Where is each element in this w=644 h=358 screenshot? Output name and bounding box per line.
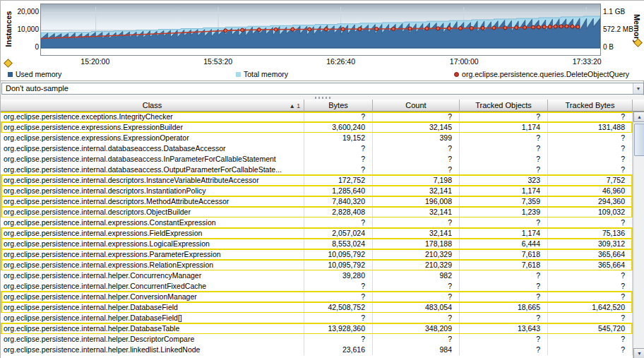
class-name-cell: org.eclipse.persistence.internal.descrip… (1, 207, 304, 217)
table-row[interactable]: org.eclipse.persistence.internal.databas… (1, 165, 633, 175)
legend-square-icon (236, 72, 241, 77)
class-name-cell: org.eclipse.persistence.internal.descrip… (1, 196, 304, 207)
bytes-cell: 39,280 (304, 270, 373, 281)
scrollbar-thumb[interactable] (634, 124, 644, 156)
scroll-up-icon[interactable]: ▲ (633, 112, 644, 122)
bytes-cell: 1,285,640 (304, 186, 373, 196)
table-row[interactable]: org.eclipse.persistence.internal.express… (1, 249, 633, 260)
tracked-bytes-cell: ? (548, 281, 633, 292)
vertical-scrollbar[interactable]: ▲ ▼ (633, 112, 644, 358)
count-cell: 7,198 (373, 175, 460, 186)
auto-sample-value: Don't auto-sample (6, 84, 68, 93)
bytes-cell: 42,508,752 (304, 302, 373, 313)
table-row[interactable]: org.eclipse.persistence.internal.descrip… (1, 175, 633, 186)
time-tick-label: 15:20:00 (80, 57, 109, 66)
class-table: Class▲ 1BytesCountTracked ObjectsTracked… (1, 100, 644, 358)
count-cell: 483,054 (373, 302, 460, 313)
time-axis: 15:20:0015:53:2016:26:4017:00:0017:33:20 (1, 57, 644, 67)
table-row[interactable]: org.eclipse.persistence.internal.helper.… (1, 313, 633, 323)
table-row[interactable]: org.eclipse.persistence.expressions.Expr… (1, 133, 633, 143)
column-header-count[interactable]: Count (373, 100, 460, 112)
profiler-window: Instances 20,00010,0000 1.1 GB572.2 MB0 … (0, 0, 644, 358)
tracked-objects-cell: 7,618 (460, 249, 548, 260)
count-cell: ? (373, 334, 460, 345)
table-row[interactable]: org.eclipse.persistence.internal.helper.… (1, 334, 633, 345)
table-row[interactable]: org.eclipse.persistence.internal.helper.… (1, 323, 633, 334)
tracked-bytes-cell: ? (548, 154, 633, 165)
class-name-cell: org.eclipse.persistence.internal.helper.… (1, 313, 304, 323)
bytes-cell: ? (304, 292, 373, 302)
bytes-cell: ? (304, 154, 373, 165)
table-row[interactable]: org.eclipse.persistence.internal.express… (1, 217, 633, 228)
chevron-down-icon[interactable]: ▼ (633, 83, 643, 94)
bytes-cell: 23,616 (304, 345, 373, 355)
table-row[interactable]: org.eclipse.persistence.exceptions.Integ… (1, 112, 633, 122)
count-cell: ? (373, 143, 460, 154)
column-header-label: Bytes (328, 101, 348, 109)
table-row[interactable]: org.eclipse.persistence.expressions.Expr… (1, 122, 633, 133)
tracked-bytes-cell: 294,360 (548, 196, 633, 207)
tracked-objects-cell: ? (460, 112, 548, 122)
column-header-label: Tracked Bytes (566, 101, 615, 109)
bytes-cell: 10,095,792 (304, 260, 373, 270)
table-row[interactable]: org.eclipse.persistence.internal.express… (1, 260, 633, 270)
legend-label: org.eclipse.persistence.queries.DeleteOb… (462, 70, 629, 78)
bytes-cell: 10,095,792 (304, 249, 373, 260)
table-row[interactable]: org.eclipse.persistence.internal.descrip… (1, 207, 633, 217)
tracked-objects-cell: ? (460, 313, 548, 323)
class-name-cell: org.eclipse.persistence.internal.descrip… (1, 186, 304, 196)
auto-sample-select[interactable]: Don't auto-sample ▼ (1, 83, 644, 95)
table-row[interactable]: org.eclipse.persistence.internal.helper.… (1, 270, 633, 281)
tracked-objects-cell: 1,174 (460, 228, 548, 239)
count-cell: 348,209 (373, 323, 460, 334)
column-header-tracked-bytes[interactable]: Tracked Bytes (548, 100, 633, 112)
class-name-cell: org.eclipse.persistence.internal.express… (1, 249, 304, 260)
tracked-objects-cell: ? (460, 334, 548, 345)
class-name-cell: org.eclipse.persistence.internal.helper.… (1, 270, 304, 281)
scroll-down-icon[interactable]: ▼ (633, 348, 644, 358)
column-header-label: Count (405, 101, 426, 109)
tracked-bytes-cell: 365,664 (548, 260, 633, 270)
table-row[interactable]: org.eclipse.persistence.internal.databas… (1, 154, 633, 165)
count-cell: 210,329 (373, 260, 460, 270)
tracked-objects-cell: 1,174 (460, 122, 548, 133)
class-name-cell: org.eclipse.persistence.internal.databas… (1, 154, 304, 165)
class-name-cell: org.eclipse.persistence.internal.express… (1, 260, 304, 270)
column-header-tracked-objects[interactable]: Tracked Objects (460, 100, 548, 112)
table-row[interactable]: org.eclipse.persistence.internal.express… (1, 228, 633, 239)
tracked-objects-cell: ? (460, 133, 548, 143)
table-row[interactable]: org.eclipse.persistence.internal.descrip… (1, 196, 633, 207)
table-row[interactable]: org.eclipse.persistence.internal.helper.… (1, 302, 633, 313)
table-row[interactable]: org.eclipse.persistence.internal.helper.… (1, 345, 633, 355)
class-name-cell: org.eclipse.persistence.internal.express… (1, 228, 304, 239)
class-name-cell: org.eclipse.persistence.expressions.Expr… (1, 122, 304, 133)
count-cell: 210,329 (373, 249, 460, 260)
class-name-cell: org.eclipse.persistence.internal.databas… (1, 143, 304, 154)
class-name-cell: org.eclipse.persistence.internal.helper.… (1, 323, 304, 334)
tracked-objects-cell: 7,618 (460, 260, 548, 270)
table-row[interactable]: org.eclipse.persistence.internal.descrip… (1, 186, 633, 196)
table-row[interactable]: org.eclipse.persistence.internal.helper.… (1, 281, 633, 292)
tracked-bytes-cell: 309,312 (548, 239, 633, 249)
bytes-cell: ? (304, 313, 373, 323)
column-header-class[interactable]: Class▲ 1 (1, 100, 304, 112)
column-header-bytes[interactable]: Bytes (304, 100, 373, 112)
class-name-cell: org.eclipse.persistence.internal.descrip… (1, 175, 304, 186)
legend-dot-icon (454, 72, 459, 77)
bytes-cell: 19,152 (304, 133, 373, 143)
legend-label: Total memory (244, 70, 288, 78)
time-tick-label: 16:26:40 (326, 57, 355, 66)
time-tick-label: 15:53:20 (203, 57, 232, 66)
tracked-bytes-cell: ? (548, 292, 633, 302)
bytes-cell: 8,553,024 (304, 239, 373, 249)
table-row[interactable]: org.eclipse.persistence.internal.databas… (1, 143, 633, 154)
table-row[interactable]: org.eclipse.persistence.internal.express… (1, 239, 633, 249)
table-row[interactable]: org.eclipse.persistence.internal.helper.… (1, 292, 633, 302)
tracked-objects-cell: 1,239 (460, 207, 548, 217)
chart-plot[interactable] (40, 4, 601, 56)
class-name-cell: org.eclipse.persistence.internal.helper.… (1, 281, 304, 292)
bytes-cell: 7,840,320 (304, 196, 373, 207)
tracked-bytes-cell: ? (548, 112, 633, 122)
tracked-bytes-cell: ? (548, 143, 633, 154)
tracked-objects-cell: 1,174 (460, 186, 548, 196)
